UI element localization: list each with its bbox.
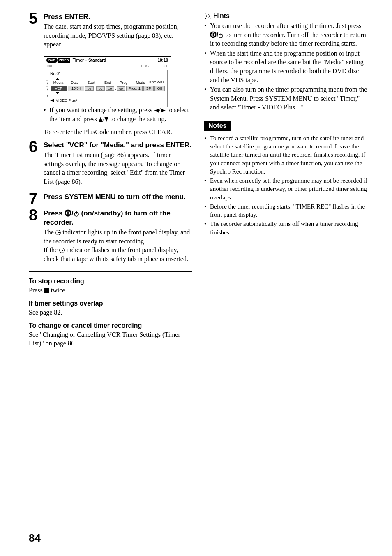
overlap-head: If timer settings overlap <box>29 300 192 307</box>
popup-val: Off <box>154 86 165 91</box>
timer-screen-illustration: DVD VIDEO Timer – Standard 10:10 No. PDC… <box>44 56 171 100</box>
divider <box>29 271 192 272</box>
bullet-text: to change the setting. <box>108 116 166 123</box>
step-5: 5 Press ENTER. The date, start and stop … <box>29 12 192 53</box>
step5-after: To re-enter the PlusCode number, press C… <box>44 127 192 137</box>
clock-icon <box>59 248 65 253</box>
up-arrow-icon <box>99 117 103 122</box>
step5-bullet: • If you want to change the setting, pre… <box>44 106 192 123</box>
screen-clock: 10:10 <box>157 58 168 63</box>
note-item: •Even when correctly set, the programme … <box>204 176 367 202</box>
step-heading: Press ⏼/ (on/standby) to turn off the re… <box>44 209 192 227</box>
notes-heading: Notes <box>204 121 231 131</box>
video-badge: VIDEO <box>58 58 70 63</box>
power-icon <box>218 33 224 38</box>
change-text: See "Changing or Cancelling VCR Timer Se… <box>29 330 192 348</box>
right-column: Hints • You can use the recorder after s… <box>204 12 367 350</box>
popup-col: PDC /VPS <box>149 81 165 85</box>
step-6: 6 Select "VCR" for "Media," and press EN… <box>29 141 192 190</box>
popup-col: Date <box>67 81 83 85</box>
screen-edit: dit <box>160 64 167 68</box>
popup-val: 09 <box>85 86 94 91</box>
hints-label: Hints <box>213 12 230 20</box>
stop-recording-text: Press twice. <box>29 286 192 295</box>
back-label: VIDEO Plus+ <box>56 98 78 102</box>
step-number: 7 <box>29 191 44 206</box>
timer-popup: No.01 Media Date Start End Prog. Mode PD… <box>48 70 167 107</box>
screen-col: PDC <box>141 64 160 68</box>
change-head: To change or cancel timer recording <box>29 322 192 329</box>
svg-line-7 <box>205 14 206 14</box>
popup-col: Start <box>83 81 99 85</box>
step-heading: Select "VCR" for "Media," and press ENTE… <box>44 141 192 149</box>
stop-recording-head: To stop recording <box>29 278 192 285</box>
dvd-badge: DVD <box>46 58 58 63</box>
left-column: 5 Press ENTER. The date, start and stop … <box>29 12 192 350</box>
down-arrow-icon <box>104 117 108 122</box>
step-number: 5 <box>29 11 44 53</box>
step-number: 8 <box>29 207 44 267</box>
note-item: •The recorder automatically turns off wh… <box>204 220 367 236</box>
popup-val: VCR <box>51 86 67 91</box>
popup-col: End <box>99 81 116 85</box>
popup-val: 00 <box>117 86 125 91</box>
stop-icon <box>44 288 49 293</box>
hint-sun-icon <box>204 12 212 20</box>
step-7: 7 Press SYSTEM MENU to turn off the menu… <box>29 192 192 206</box>
svg-line-8 <box>210 18 210 19</box>
popup-val: SP <box>143 86 154 91</box>
hints-heading: Hints <box>204 12 367 20</box>
svg-line-9 <box>210 14 210 14</box>
bullet-text: If you want to change the setting, press <box>49 107 154 114</box>
hint-item: •When the start time and the programme p… <box>204 49 367 84</box>
step-8: 8 Press ⏼/ (on/standby) to turn off the … <box>29 209 192 267</box>
step-heading: Press ENTER. <box>44 12 192 21</box>
page-number: 84 <box>29 532 41 544</box>
popup-val: 15/04 <box>68 86 84 91</box>
screen-title: Timer – Standard <box>73 58 106 63</box>
popup-title: No.01 <box>50 72 165 76</box>
popup-col: Prog. <box>116 81 132 85</box>
notes-list: •To record a satellite programme, turn o… <box>204 134 367 236</box>
step-heading: Press SYSTEM MENU to turn off the menu. <box>44 192 192 201</box>
left-arrow-icon <box>154 109 159 113</box>
step-text: The Timer List menu (page 86) appears. I… <box>44 151 192 186</box>
note-item: •To record a satellite programme, turn o… <box>204 134 367 176</box>
hints-list: • You can use the recorder after setting… <box>204 21 367 112</box>
screen-col: No. <box>47 64 66 68</box>
popup-val: Prog. 1 <box>126 86 143 91</box>
power-icon <box>74 211 79 217</box>
clock-icon <box>55 230 61 235</box>
step-text: The date, start and stop times, programm… <box>44 22 192 49</box>
step-text: The indicator lights up in the front pan… <box>44 228 192 263</box>
popup-col: Mode <box>132 81 149 85</box>
popup-val: 00 <box>96 86 105 91</box>
svg-line-10 <box>205 18 206 19</box>
popup-val: 10 <box>106 86 114 91</box>
hint-item: •You can also turn on the timer programm… <box>204 85 367 112</box>
svg-point-2 <box>207 15 210 18</box>
note-item: •Before the timer recording starts, "TIM… <box>204 202 367 219</box>
hint-item: • You can use the recorder after setting… <box>204 21 367 48</box>
step-number: 6 <box>29 139 44 190</box>
back-arrow-icon <box>50 99 54 102</box>
overlap-text: See page 82. <box>29 308 192 317</box>
popup-col: Media <box>50 81 67 85</box>
right-arrow-icon <box>161 109 166 113</box>
